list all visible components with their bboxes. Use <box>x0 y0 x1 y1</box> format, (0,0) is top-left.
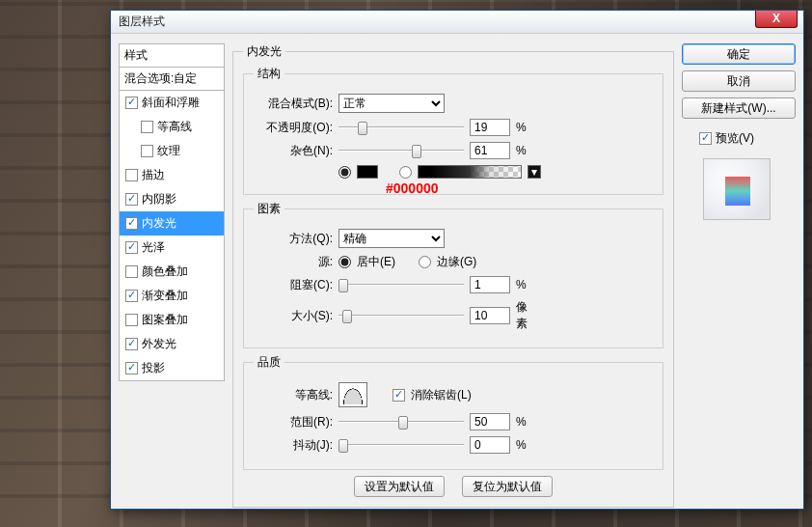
style-item-8[interactable]: 渐变叠加 <box>120 284 224 308</box>
cancel-button[interactable]: 取消 <box>682 70 796 92</box>
color-radio-solid[interactable] <box>338 166 351 179</box>
style-item-6[interactable]: 光泽 <box>120 236 224 260</box>
quality-legend: 品质 <box>254 354 284 371</box>
style-item-label: 颜色叠加 <box>142 264 188 280</box>
jitter-slider[interactable] <box>338 438 464 452</box>
dialog-body: 样式 混合选项:自定 斜面和浮雕等高线纹理描边内阴影内发光光泽颜色叠加渐变叠加图… <box>111 34 803 509</box>
opacity-label: 不透明度(O): <box>254 120 333 136</box>
style-item-2[interactable]: 纹理 <box>120 139 224 163</box>
style-item-11[interactable]: 投影 <box>120 356 224 380</box>
jitter-label: 抖动(J): <box>254 437 333 454</box>
source-center-label: 居中(E) <box>357 254 395 270</box>
style-item-checkbox[interactable] <box>125 241 138 254</box>
layer-style-dialog: 图层样式 X 样式 混合选项:自定 斜面和浮雕等高线纹理描边内阴影内发光光泽颜色… <box>110 10 804 510</box>
style-item-checkbox[interactable] <box>125 97 138 109</box>
element-group: 图素 方法(Q): 精确 源: 居中(E) 边缘(G) <box>243 201 663 348</box>
style-item-label: 内发光 <box>142 215 176 232</box>
noise-label: 杂色(N): <box>254 143 333 159</box>
opacity-input[interactable] <box>470 119 510 136</box>
color-swatch[interactable] <box>357 165 378 179</box>
style-item-checkbox[interactable] <box>125 169 138 181</box>
style-item-label: 渐变叠加 <box>142 288 188 304</box>
new-style-button[interactable]: 新建样式(W)... <box>682 97 796 119</box>
range-input[interactable] <box>470 413 510 430</box>
contour-picker[interactable] <box>338 382 367 407</box>
settings-panel: 内发光 结构 混合模式(B): 正常 不透明度(O): % 杂色(N): <box>232 43 674 499</box>
blend-mode-label: 混合模式(B): <box>254 96 333 112</box>
style-item-4[interactable]: 内阴影 <box>120 187 224 211</box>
opacity-slider[interactable] <box>338 121 464 134</box>
ok-button[interactable]: 确定 <box>682 43 796 65</box>
source-center-radio[interactable] <box>338 256 351 268</box>
style-item-3[interactable]: 描边 <box>120 163 224 187</box>
style-item-checkbox[interactable] <box>125 265 138 278</box>
style-item-label: 描边 <box>142 167 165 183</box>
preview-thumbnail <box>703 158 771 220</box>
source-edge-radio[interactable] <box>419 256 431 268</box>
style-item-checkbox[interactable] <box>125 338 138 350</box>
color-hex-annotation: #000000 <box>386 180 439 196</box>
antialias-label: 消除锯齿(L) <box>411 387 472 403</box>
style-item-checkbox[interactable] <box>125 290 138 302</box>
reset-default-button[interactable]: 复位为默认值 <box>462 476 553 497</box>
source-label: 源: <box>254 254 333 270</box>
choke-input[interactable] <box>470 276 510 293</box>
method-select[interactable]: 精确 <box>338 229 445 248</box>
antialias-checkbox[interactable] <box>392 389 405 402</box>
style-item-label: 斜面和浮雕 <box>142 95 200 111</box>
set-default-button[interactable]: 设置为默认值 <box>354 476 445 497</box>
style-item-checkbox[interactable] <box>125 217 138 230</box>
preview-checkbox[interactable] <box>699 132 712 145</box>
blend-mode-select[interactable]: 正常 <box>338 94 445 113</box>
structure-group: 结构 混合模式(B): 正常 不透明度(O): % 杂色(N): <box>243 66 663 195</box>
preview-label: 预览(V) <box>716 130 754 147</box>
choke-slider[interactable] <box>338 278 464 291</box>
range-slider[interactable] <box>338 415 464 429</box>
style-item-5[interactable]: 内发光 <box>120 211 224 236</box>
right-panel: 确定 取消 新建样式(W)... 预览(V) <box>682 43 796 499</box>
size-label: 大小(S): <box>254 308 333 324</box>
style-item-checkbox[interactable] <box>141 145 153 157</box>
jitter-unit: % <box>516 438 537 452</box>
quality-group: 品质 等高线: 消除锯齿(L) 范围(R): % <box>243 354 663 470</box>
style-item-checkbox[interactable] <box>125 193 138 206</box>
dialog-title: 图层样式 <box>119 14 165 30</box>
blend-options-header[interactable]: 混合选项:自定 <box>119 68 225 91</box>
style-list: 斜面和浮雕等高线纹理描边内阴影内发光光泽颜色叠加渐变叠加图案叠加外发光投影 <box>119 91 225 381</box>
method-label: 方法(Q): <box>254 231 333 247</box>
style-item-7[interactable]: 颜色叠加 <box>120 260 224 284</box>
style-item-label: 图案叠加 <box>142 312 188 328</box>
close-button[interactable]: X <box>755 11 798 28</box>
color-radio-gradient[interactable] <box>399 166 412 179</box>
structure-legend: 结构 <box>254 66 284 82</box>
opacity-unit: % <box>516 121 537 134</box>
gradient-preview[interactable] <box>418 165 522 179</box>
style-item-label: 内阴影 <box>142 191 176 208</box>
size-slider[interactable] <box>338 309 464 322</box>
source-edge-label: 边缘(G) <box>437 254 476 270</box>
titlebar[interactable]: 图层样式 X <box>111 11 803 34</box>
choke-label: 阻塞(C): <box>254 277 333 293</box>
size-input[interactable] <box>470 307 510 324</box>
style-item-label: 外发光 <box>142 336 176 352</box>
style-item-10[interactable]: 外发光 <box>120 332 224 356</box>
styles-header[interactable]: 样式 <box>119 43 225 68</box>
style-item-0[interactable]: 斜面和浮雕 <box>120 91 224 115</box>
style-item-checkbox[interactable] <box>141 121 153 133</box>
element-legend: 图素 <box>254 201 284 217</box>
contour-label: 等高线: <box>254 387 333 403</box>
style-item-9[interactable]: 图案叠加 <box>120 308 224 332</box>
gradient-dropdown-icon[interactable]: ▾ <box>528 165 541 179</box>
style-item-label: 等高线 <box>157 119 192 135</box>
style-item-checkbox[interactable] <box>125 314 138 326</box>
jitter-input[interactable] <box>470 436 510 454</box>
choke-unit: % <box>516 278 537 291</box>
range-unit: % <box>516 415 537 429</box>
noise-input[interactable] <box>470 142 510 159</box>
style-item-1[interactable]: 等高线 <box>120 115 224 139</box>
style-item-label: 纹理 <box>157 143 180 159</box>
noise-slider[interactable] <box>338 144 464 157</box>
style-item-label: 光泽 <box>142 239 165 256</box>
style-item-checkbox[interactable] <box>125 362 138 374</box>
inner-glow-group: 内发光 结构 混合模式(B): 正常 不透明度(O): % 杂色(N): <box>232 43 674 508</box>
